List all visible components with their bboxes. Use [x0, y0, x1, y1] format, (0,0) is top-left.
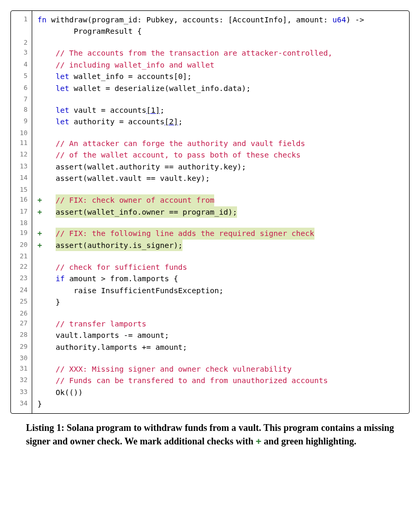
line-number: 1 [11, 11, 32, 37]
line-number: 11 [11, 138, 32, 149]
diff-plus-marker: + [37, 196, 56, 204]
line-number: 31 [11, 363, 32, 375]
code-cell: raise InsufficientFundsException; [32, 285, 410, 296]
diff-plus-marker: + [37, 241, 56, 250]
caption-prefix: Listing 1: [26, 423, 67, 433]
code-cell: Ok(()) [32, 387, 410, 398]
code-cell [32, 308, 410, 318]
code-cell [32, 94, 410, 104]
code-line: 7 [11, 94, 409, 104]
line-number: 16 [11, 194, 32, 206]
code-cell: // An attacker can forge the authority a… [32, 138, 410, 149]
code-cell: + assert(authority.is_signer); [32, 240, 410, 251]
code-line: 21 [11, 251, 409, 261]
code-line: 22 // check for sufficient funds [11, 261, 409, 273]
code-cell: vault.lamports -= amount; [32, 330, 410, 341]
code-cell: let authority = accounts[2]; [32, 116, 410, 127]
line-number: 17 [11, 206, 32, 218]
code-line: 3 // The accounts from the transaction a… [11, 47, 409, 59]
code-line: 30 [11, 353, 409, 363]
code-line: 19+ // FIX: the following line adds the … [11, 228, 409, 239]
line-number: 7 [11, 94, 32, 104]
code-cell: } [32, 398, 410, 413]
code-line: 24 raise InsufficientFundsException; [11, 285, 409, 296]
code-line: 28 vault.lamports -= amount; [11, 330, 409, 341]
code-cell: // including wallet_info and wallet [32, 59, 410, 71]
line-number: 8 [11, 104, 32, 116]
line-number: 3 [11, 47, 32, 59]
line-number: 15 [11, 185, 32, 194]
code-cell: authority.lamports += amount; [32, 342, 410, 353]
code-cell: let wallet = deserialize(wallet_info.dat… [32, 83, 410, 94]
code-line: 1fn withdraw(program_id: Pubkey, account… [11, 11, 409, 37]
line-number: 5 [11, 71, 32, 82]
diff-plus-marker: + [37, 208, 56, 216]
code-line: 2 [11, 37, 409, 47]
caption-text-b: and green highlighting. [261, 436, 357, 447]
code-cell [32, 251, 410, 261]
line-number: 10 [11, 128, 32, 138]
code-cell: + // FIX: check owner of account from [32, 194, 410, 206]
code-line: 12 // of the wallet account, to pass bot… [11, 149, 409, 161]
code-line: 32 // Funds can be transfered to and fro… [11, 375, 409, 386]
line-number: 29 [11, 342, 32, 353]
code-cell [32, 37, 410, 47]
code-cell [32, 185, 410, 194]
line-number: 25 [11, 296, 32, 308]
code-cell: // check for sufficient funds [32, 261, 410, 273]
code-table: 1fn withdraw(program_id: Pubkey, account… [11, 11, 409, 413]
code-cell: assert(wallet.authority == authority.key… [32, 161, 410, 173]
code-line: 17+ assert(wallet_info.owner == program_… [11, 206, 409, 218]
code-cell: let wallet_info = accounts[0]; [32, 71, 410, 82]
code-line: 13 assert(wallet.authority == authority.… [11, 161, 409, 173]
line-number: 33 [11, 387, 32, 398]
code-line: 16+ // FIX: check owner of account from [11, 194, 409, 206]
line-number: 32 [11, 375, 32, 386]
line-number: 30 [11, 353, 32, 363]
line-number: 23 [11, 273, 32, 284]
line-number: 9 [11, 116, 32, 127]
code-line: 18 [11, 218, 409, 228]
line-number: 28 [11, 330, 32, 341]
code-cell: // of the wallet account, to pass both o… [32, 149, 410, 161]
line-number: 2 [11, 37, 32, 47]
code-cell: assert(wallet.vault == vault.key); [32, 173, 410, 184]
code-cell: + assert(wallet_info.owner == program_id… [32, 206, 410, 218]
code-line: 15 [11, 185, 409, 194]
line-number: 18 [11, 218, 32, 228]
code-line: 6 let wallet = deserialize(wallet_info.d… [11, 83, 409, 94]
caption-plus: + [256, 436, 261, 447]
code-line: 14 assert(wallet.vault == vault.key); [11, 173, 409, 184]
line-number: 27 [11, 318, 32, 330]
line-number: 4 [11, 59, 32, 71]
code-line: 9 let authority = accounts[2]; [11, 116, 409, 127]
code-line: 23 if amount > from.lamports { [11, 273, 409, 284]
code-line: 26 [11, 308, 409, 318]
code-cell: fn withdraw(program_id: Pubkey, accounts… [32, 11, 410, 37]
code-line: 34} [11, 398, 409, 413]
line-number: 21 [11, 251, 32, 261]
code-line: 4 // including wallet_info and wallet [11, 59, 409, 71]
code-line: 27 // transfer lamports [11, 318, 409, 330]
line-number: 13 [11, 161, 32, 173]
code-line: 33 Ok(()) [11, 387, 409, 398]
code-cell: } [32, 296, 410, 308]
code-cell: // XXX: Missing signer and owner check v… [32, 363, 410, 375]
line-number: 34 [11, 398, 32, 413]
code-cell: if amount > from.lamports { [32, 273, 410, 284]
listing-caption: Listing 1: Solana program to withdraw fu… [26, 421, 394, 448]
code-line: 10 [11, 128, 409, 138]
line-number: 22 [11, 261, 32, 273]
code-line: 20+ assert(authority.is_signer); [11, 240, 409, 251]
code-cell [32, 353, 410, 363]
code-line: 8 let vault = accounts[1]; [11, 104, 409, 116]
code-line: 31 // XXX: Missing signer and owner chec… [11, 363, 409, 375]
code-cell [32, 218, 410, 228]
line-number: 26 [11, 308, 32, 318]
diff-plus-marker: + [37, 229, 56, 238]
line-number: 6 [11, 83, 32, 94]
code-cell: // transfer lamports [32, 318, 410, 330]
line-number: 19 [11, 228, 32, 239]
code-line: 5 let wallet_info = accounts[0]; [11, 71, 409, 82]
code-cell: // The accounts from the transaction are… [32, 47, 410, 59]
